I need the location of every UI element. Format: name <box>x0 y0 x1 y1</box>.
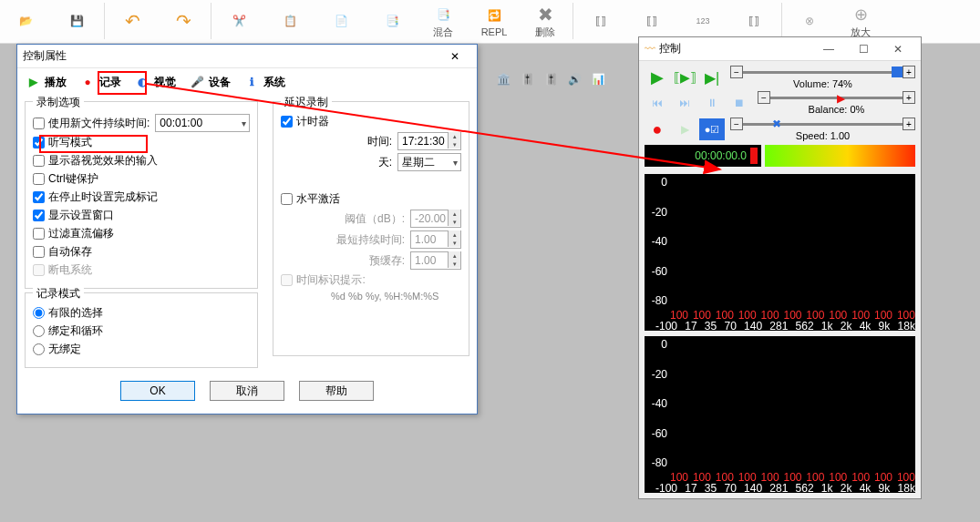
use-duration-checkbox[interactable]: 使用新文件持续时间: <box>33 116 150 131</box>
prebuffer-label: 预缓存: <box>369 253 405 269</box>
threshold-label: 阈值（dB）: <box>345 211 405 227</box>
ok-button[interactable]: OK <box>120 381 195 401</box>
balance-label: Balance: 0% <box>758 104 915 115</box>
stop-button[interactable]: ⏹ <box>727 92 752 114</box>
control-panel: 〰控制 — ☐ ✕ ▶ ⟦▶⟧ ▶| −+ Volume: 74% ⏮ ⏭ ⏸ … <box>638 36 922 499</box>
duration-combo[interactable]: 00:01:00 <box>155 114 250 132</box>
min-duration-label: 最短持续时间: <box>336 232 405 248</box>
forward-button[interactable]: ⏭ <box>672 92 697 114</box>
y-scale-bottom: 0-20-40-60-80 <box>645 336 670 471</box>
unbound-radio[interactable]: 无绑定 <box>33 342 81 357</box>
power-off-checkbox: 断电系统 <box>33 262 92 278</box>
mini-icon-5[interactable]: 📊 <box>589 70 607 88</box>
toolbar-cut[interactable]: ✂️ <box>213 0 264 42</box>
dialog-close-button[interactable]: ✕ <box>438 47 471 66</box>
panel-maximize[interactable]: ☐ <box>846 39 881 59</box>
cancel-button[interactable]: 取消 <box>210 381 284 401</box>
panel-close[interactable]: ✕ <box>881 39 915 59</box>
toolbar-t1[interactable]: ⟦⟧ <box>575 0 626 42</box>
recording-options-group: 录制选项 使用新文件持续时间:00:01:00 听写模式 显示器视觉效果的输入 … <box>25 101 258 289</box>
dialog-buttons: OK 取消 帮助 <box>17 372 477 414</box>
ctrl-protect-checkbox[interactable]: Ctrl键保护 <box>33 171 98 187</box>
toolbar-redo[interactable]: ↷ <box>158 0 209 42</box>
toolbar-paste[interactable]: 📄 <box>315 0 366 42</box>
threshold-spinner: -20.00 <box>410 210 461 228</box>
delay-record-group: 延迟录制 计时器 时间:17:21:30 天:星期二 水平激活 阈值（dB）:-… <box>273 101 469 356</box>
volume-slider[interactable]: −+ <box>730 66 915 78</box>
time-format-text: %d %b %y, %H:%M:%S <box>281 291 461 302</box>
toolbar-save[interactable]: 💾 <box>51 0 102 42</box>
speed-label: Speed: 1.00 <box>730 130 915 141</box>
panel-icon: 〰 <box>645 43 655 56</box>
auto-save-checkbox[interactable]: 自动保存 <box>33 244 92 260</box>
done-marker-checkbox[interactable]: 在停止时设置完成标记 <box>33 189 158 205</box>
tab-record[interactable]: ●记录 <box>79 74 121 90</box>
dialog-title: 控制属性 <box>23 48 438 64</box>
spectrum-top: 0-20-40-60-80 10010010010010010010010010… <box>645 174 915 331</box>
toolbar-undo[interactable]: ↶ <box>107 0 158 42</box>
level-meter <box>765 145 915 167</box>
panel-titlebar[interactable]: 〰控制 — ☐ ✕ <box>639 37 921 61</box>
min-duration-spinner: 1.00 <box>410 230 461 249</box>
peaks-bottom: 100100100100100100100100100100100 <box>645 471 915 482</box>
spectrum-bottom: 0-20-40-60-80 10010010010010010010010010… <box>645 336 915 493</box>
toolbar-copy[interactable]: 📋 <box>264 0 315 42</box>
time-spinner[interactable]: 17:21:30 <box>397 132 461 150</box>
control-properties-dialog: 控制属性 ✕ ▶播放 ●记录 ◐视觉 🎤设备 ℹ系统 录制选项 使用新文件持续时… <box>16 44 478 415</box>
play-to-end-button[interactable]: ▶| <box>699 67 725 88</box>
tab-device[interactable]: 🎤设备 <box>189 74 231 90</box>
rewind-button[interactable]: ⏮ <box>645 92 670 114</box>
timer-display: 00:00:00.0 <box>645 145 761 167</box>
limited-radio[interactable]: 有限的选择 <box>33 305 103 321</box>
record-mode-legend: 记录模式 <box>33 286 84 302</box>
speed-slider[interactable]: −✖+ <box>730 118 915 130</box>
balance-slider[interactable]: −▶+ <box>758 91 915 104</box>
timer-checkbox[interactable]: 计时器 <box>281 114 329 129</box>
horiz-activate-checkbox[interactable]: 水平激活 <box>281 191 340 207</box>
mini-icon-3[interactable]: 🎚️ <box>542 70 560 88</box>
tab-visual[interactable]: ◐视觉 <box>134 74 176 90</box>
speaker-icon <box>892 67 903 77</box>
recording-options-legend: 录制选项 <box>33 95 84 110</box>
toolbar-paste2[interactable]: 📑 <box>366 0 418 42</box>
help-button[interactable]: 帮助 <box>299 381 374 401</box>
panel-title: 控制 <box>659 41 681 56</box>
day-combo[interactable]: 星期二 <box>397 153 461 171</box>
visual-output-checkbox[interactable]: 显示器视觉效果的输入 <box>33 153 158 169</box>
tab-play[interactable]: ▶播放 <box>25 74 67 90</box>
show-settings-checkbox[interactable]: 显示设置窗口 <box>33 208 114 223</box>
play-button[interactable]: ▶ <box>645 67 670 88</box>
tab-system[interactable]: ℹ系统 <box>243 74 285 90</box>
pause-button[interactable]: ⏸ <box>699 92 725 114</box>
day-label: 天: <box>378 155 392 170</box>
dialog-tabs: ▶播放 ●记录 ◐视觉 🎤设备 ℹ系统 <box>17 68 477 97</box>
dictation-mode-checkbox[interactable]: 听写模式 <box>33 135 92 150</box>
toolbar-mix[interactable]: 📑混合 <box>418 0 469 42</box>
record-play-button[interactable]: ▶ <box>672 118 697 140</box>
volume-label: Volume: 74% <box>730 78 915 89</box>
filter-dc-checkbox[interactable]: 过滤直流偏移 <box>33 226 114 241</box>
y-scale-top: 0-20-40-60-80 <box>645 174 670 309</box>
prebuffer-spinner: 1.00 <box>410 251 461 270</box>
peaks-top: 100100100100100100100100100100100 <box>645 309 915 320</box>
record-arm-button[interactable]: ●☑ <box>699 118 725 140</box>
toolbar-repl[interactable]: 🔁REPL <box>469 0 520 42</box>
mini-icon-1[interactable]: 🏛️ <box>494 70 512 88</box>
panel-minimize[interactable]: — <box>811 39 846 59</box>
mini-icon-2[interactable]: 🎚️ <box>518 70 536 88</box>
record-mode-group: 记录模式 有限的选择 绑定和循环 无绑定 <box>25 292 258 368</box>
bind-loop-radio[interactable]: 绑定和循环 <box>33 323 103 339</box>
toolbar-delete[interactable]: ✖删除 <box>520 0 571 42</box>
dialog-titlebar[interactable]: 控制属性 ✕ <box>17 45 477 68</box>
time-marker-checkbox: 时间标识提示: <box>281 272 365 288</box>
delay-record-legend: 延迟录制 <box>281 95 332 110</box>
time-label: 时间: <box>367 134 392 149</box>
toolbar-open[interactable]: 📂 <box>0 0 51 42</box>
mini-icon-4[interactable]: 🔊 <box>565 70 583 88</box>
play-selection-button[interactable]: ⟦▶⟧ <box>672 67 697 88</box>
record-button[interactable]: ● <box>645 118 670 140</box>
mini-toolbar: 🏛️ 🎚️ 🎚️ 🔊 📊 <box>494 70 607 88</box>
